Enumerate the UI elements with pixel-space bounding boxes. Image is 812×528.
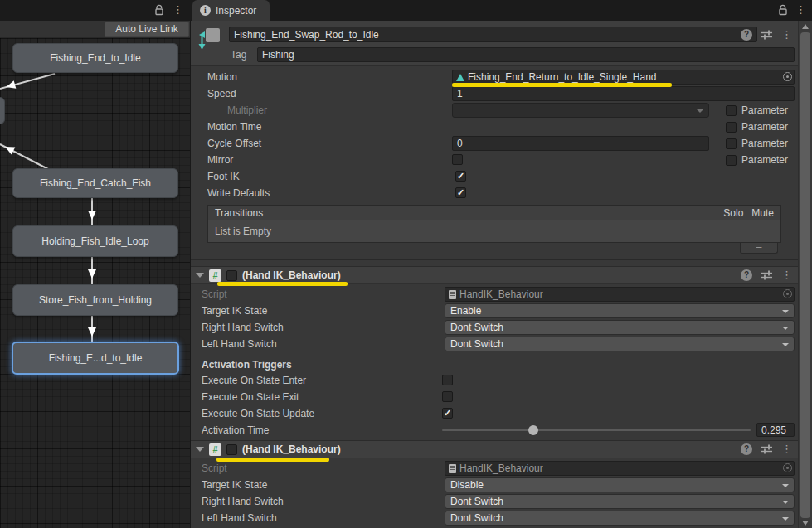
presets-icon[interactable] bbox=[761, 444, 772, 454]
state-node[interactable]: Holding_Fish_Idle_Loop bbox=[12, 225, 178, 257]
activation-time-slider[interactable] bbox=[442, 429, 751, 431]
motion-value: Fishing_End_Return_to_Idle_Single_Hand bbox=[468, 71, 657, 83]
auto-live-link-button[interactable]: Auto Live Link bbox=[105, 22, 189, 37]
transition-arrow[interactable] bbox=[0, 74, 55, 91]
scroll-up-icon[interactable] bbox=[802, 24, 809, 29]
script-object-field[interactable]: HandIK_Behaviour bbox=[445, 287, 795, 302]
cycle-offset-label: Cycle Offset bbox=[207, 138, 261, 149]
execute-on-state-enter-row: Execute On State Enter bbox=[191, 372, 798, 389]
transitions-empty-label: List is Empty bbox=[215, 225, 271, 237]
state-node[interactable]: Store_Fish_from_Holding bbox=[12, 284, 178, 316]
execute-exit-checkbox[interactable] bbox=[442, 391, 453, 402]
script-value: HandIK_Behaviour bbox=[459, 288, 543, 300]
transition-arrow[interactable] bbox=[88, 257, 96, 284]
presets-icon[interactable] bbox=[761, 30, 772, 40]
target-ik-state-label: Target IK State bbox=[202, 479, 267, 491]
object-picker-icon bbox=[783, 289, 792, 298]
mirror-row: Mirror Parameter bbox=[191, 152, 798, 168]
script-object-field[interactable]: HandIK_Behaviour bbox=[445, 461, 795, 476]
mirror-checkbox[interactable] bbox=[452, 154, 463, 165]
parameter-label: Parameter bbox=[741, 104, 788, 116]
left-hand-switch-dropdown[interactable]: Dont Switch bbox=[445, 337, 795, 351]
multiplier-parameter-checkbox[interactable] bbox=[726, 105, 737, 116]
activation-triggers-header: Activation Triggers bbox=[191, 357, 798, 372]
left-hand-switch-dropdown[interactable]: Dont Switch bbox=[445, 511, 795, 526]
state-node[interactable]: Fishing_End_to_Idle bbox=[12, 43, 178, 73]
right-hand-switch-dropdown[interactable]: Dont Switch bbox=[445, 320, 795, 335]
window-tab-bar: ⋮ i Inspector ⋮ bbox=[0, 0, 812, 21]
mirror-parameter-checkbox[interactable] bbox=[726, 155, 737, 166]
execute-on-state-exit-row: Execute On State Exit bbox=[191, 389, 798, 405]
scrollbar-thumb[interactable] bbox=[800, 32, 810, 518]
activation-time-input[interactable] bbox=[756, 423, 795, 437]
state-machine-canvas[interactable]: Fishing_End_to_Idle Fishing_End_Catch_Fi… bbox=[0, 38, 190, 528]
execute-enter-checkbox[interactable] bbox=[442, 375, 453, 385]
inspector-menu-icon[interactable]: ⋮ bbox=[795, 4, 800, 16]
cycle-offset-parameter-checkbox[interactable] bbox=[726, 138, 737, 149]
speed-row: Speed bbox=[191, 85, 798, 102]
multiplier-label: Multiplier bbox=[227, 104, 267, 116]
state-node-selected[interactable]: Fishing_E...d_to_Idle bbox=[12, 342, 179, 375]
execute-on-state-update-row: Execute On State Update bbox=[191, 405, 798, 422]
context-menu-icon[interactable]: ⋮ bbox=[781, 269, 786, 281]
transition-arrow[interactable] bbox=[0, 143, 48, 169]
script-asset-icon bbox=[449, 290, 456, 299]
annotation-underline-component-1 bbox=[217, 282, 348, 286]
inspector-lock-icon[interactable] bbox=[778, 4, 788, 16]
transition-arrow[interactable] bbox=[88, 316, 96, 343]
slider-handle[interactable] bbox=[528, 425, 538, 435]
foldout-arrow-icon[interactable] bbox=[196, 273, 204, 278]
motion-time-row: Motion Time Parameter bbox=[191, 119, 798, 135]
animator-menu-icon[interactable]: ⋮ bbox=[173, 4, 177, 16]
cycle-offset-input[interactable] bbox=[452, 136, 709, 151]
help-icon[interactable]: ? bbox=[741, 29, 752, 41]
annotation-underline-motion bbox=[452, 83, 672, 87]
target-ik-state-dropdown[interactable]: Enable bbox=[445, 303, 795, 318]
transitions-header[interactable]: Transitions Solo Mute bbox=[207, 205, 781, 220]
motion-time-parameter-checkbox[interactable] bbox=[726, 122, 737, 133]
foot-ik-row: Foot IK bbox=[191, 168, 798, 185]
component-enabled-checkbox[interactable] bbox=[226, 270, 237, 281]
remove-transition-button[interactable]: – bbox=[740, 243, 778, 254]
speed-input[interactable] bbox=[452, 86, 795, 101]
component-enabled-checkbox[interactable] bbox=[226, 444, 237, 455]
script-label: Script bbox=[202, 288, 227, 300]
help-icon[interactable]: ? bbox=[741, 269, 752, 281]
tab-inspector[interactable]: i Inspector bbox=[192, 0, 270, 21]
scroll-down-icon[interactable] bbox=[802, 521, 809, 526]
solo-column-label: Solo bbox=[723, 207, 743, 219]
target-ik-state-dropdown[interactable]: Disable bbox=[445, 477, 795, 492]
state-node[interactable]: Fishing_End_Catch_Fish bbox=[12, 168, 178, 198]
activation-time-label: Activation Time bbox=[202, 424, 269, 436]
presets-icon[interactable] bbox=[761, 270, 772, 280]
right-hand-switch-row: Right Hand Switch Dont Switch bbox=[191, 319, 798, 336]
right-hand-switch-label: Right Hand Switch bbox=[202, 496, 284, 507]
execute-enter-label: Execute On State Enter bbox=[202, 375, 306, 386]
left-hand-switch-label: Left Hand Switch bbox=[202, 512, 277, 524]
left-hand-switch-label: Left Hand Switch bbox=[202, 338, 277, 350]
component-title: (Hand IK_Behaviour) bbox=[242, 269, 341, 281]
object-picker-icon bbox=[783, 463, 792, 472]
animator-lock-icon[interactable] bbox=[154, 4, 164, 16]
animation-clip-icon bbox=[456, 74, 464, 81]
context-menu-icon[interactable]: ⋮ bbox=[781, 443, 786, 455]
inspector-scrollbar[interactable] bbox=[798, 21, 812, 528]
right-hand-switch-dropdown[interactable]: Dont Switch bbox=[445, 494, 795, 509]
execute-update-label: Execute On State Update bbox=[202, 408, 314, 419]
component-header-hand-ik-2[interactable]: # (Hand IK_Behaviour) ? ⋮ bbox=[191, 440, 798, 458]
parameter-label: Parameter bbox=[741, 121, 788, 133]
foot-ik-checkbox[interactable] bbox=[455, 171, 466, 182]
execute-update-checkbox[interactable] bbox=[442, 408, 453, 419]
tag-input[interactable] bbox=[257, 47, 795, 62]
state-node-partial[interactable] bbox=[0, 97, 5, 124]
help-icon[interactable]: ? bbox=[741, 443, 752, 455]
script-label: Script bbox=[202, 463, 227, 474]
transition-arrow[interactable] bbox=[88, 198, 96, 225]
object-picker-icon[interactable] bbox=[783, 72, 792, 81]
write-defaults-checkbox[interactable] bbox=[455, 187, 466, 198]
multiplier-row: Multiplier Parameter bbox=[191, 102, 798, 119]
cycle-offset-row: Cycle Offset Parameter bbox=[191, 135, 798, 152]
state-name-input[interactable] bbox=[229, 27, 757, 42]
foldout-arrow-icon[interactable] bbox=[196, 447, 204, 452]
context-menu-icon[interactable]: ⋮ bbox=[781, 29, 786, 41]
